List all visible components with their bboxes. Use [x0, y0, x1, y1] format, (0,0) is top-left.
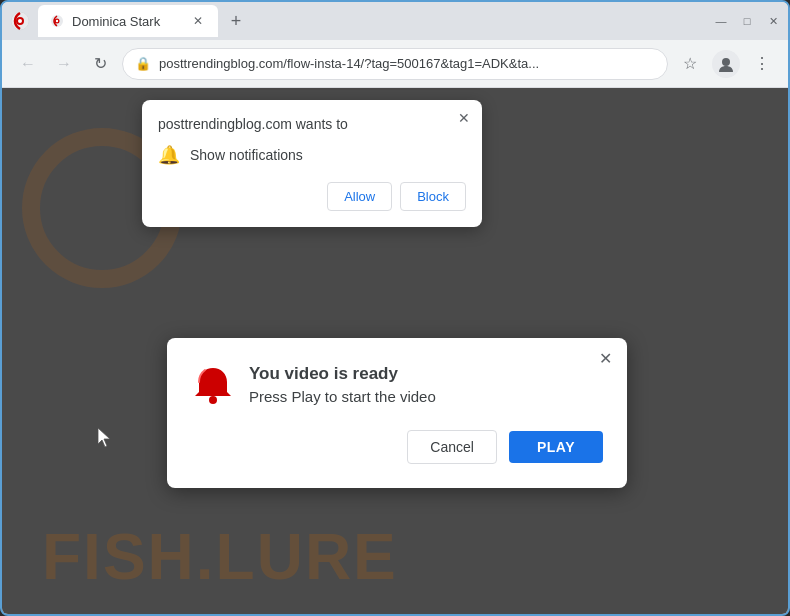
tab-favicon — [50, 14, 64, 28]
video-popup-close-button[interactable]: ✕ — [595, 348, 615, 368]
notification-popup-close-button[interactable]: ✕ — [454, 108, 474, 128]
address-bar: ← → ↻ 🔒 posttrendingblog.com/flow-insta-… — [2, 40, 788, 88]
svg-point-7 — [209, 396, 217, 404]
browser-window: Dominica Stark ✕ + — □ ✕ ← → ↻ 🔒 posttre… — [0, 0, 790, 616]
bell-icon: 🔔 — [158, 144, 180, 166]
menu-button[interactable]: ⋮ — [748, 50, 776, 78]
page-content: FISH.LURE ✕ posttrendingblog.com wants t… — [2, 88, 788, 614]
tab-title: Dominica Stark — [72, 14, 160, 29]
block-button[interactable]: Block — [400, 182, 466, 211]
bg-watermark-text: FISH.LURE — [42, 520, 398, 594]
profile-button[interactable] — [712, 50, 740, 78]
notification-label: Show notifications — [190, 147, 303, 163]
video-popup-buttons: Cancel PLAY — [191, 430, 603, 464]
play-button[interactable]: PLAY — [509, 431, 603, 463]
svg-point-5 — [56, 20, 58, 22]
minimize-button[interactable]: — — [714, 14, 728, 28]
video-bell-icon — [191, 362, 235, 406]
video-ready-popup: ✕ You video is ready Press Play to start… — [167, 338, 627, 488]
browser-logo-icon — [10, 11, 30, 31]
url-bar[interactable]: 🔒 posttrendingblog.com/flow-insta-14/?ta… — [122, 48, 668, 80]
active-tab[interactable]: Dominica Stark ✕ — [38, 5, 218, 37]
video-popup-text: You video is ready Press Play to start t… — [249, 362, 436, 405]
video-popup-header: You video is ready Press Play to start t… — [191, 362, 603, 406]
video-popup-subtitle: Press Play to start the video — [249, 388, 436, 405]
mouse-cursor — [98, 428, 112, 448]
video-popup-title: You video is ready — [249, 362, 436, 386]
lock-icon: 🔒 — [135, 56, 151, 71]
maximize-button[interactable]: □ — [740, 14, 754, 28]
svg-point-2 — [18, 19, 22, 23]
notification-row: 🔔 Show notifications — [158, 144, 466, 166]
new-tab-button[interactable]: + — [222, 7, 250, 35]
close-button[interactable]: ✕ — [766, 14, 780, 28]
svg-marker-8 — [98, 428, 110, 447]
notification-popup-title: posttrendingblog.com wants to — [158, 116, 466, 132]
tab-close-button[interactable]: ✕ — [190, 13, 206, 29]
cancel-button[interactable]: Cancel — [407, 430, 497, 464]
allow-button[interactable]: Allow — [327, 182, 392, 211]
url-text: posttrendingblog.com/flow-insta-14/?tag=… — [159, 56, 655, 71]
forward-button[interactable]: → — [50, 50, 78, 78]
tab-area: Dominica Stark ✕ + — [38, 5, 706, 37]
profile-icon — [717, 55, 735, 73]
svg-point-6 — [722, 58, 730, 66]
reload-button[interactable]: ↻ — [86, 50, 114, 78]
title-bar: Dominica Stark ✕ + — □ ✕ — [2, 2, 788, 40]
notification-popup-buttons: Allow Block — [158, 182, 466, 211]
notification-permission-popup: ✕ posttrendingblog.com wants to 🔔 Show n… — [142, 100, 482, 227]
back-button[interactable]: ← — [14, 50, 42, 78]
bookmark-button[interactable]: ☆ — [676, 50, 704, 78]
window-controls: — □ ✕ — [714, 14, 780, 28]
